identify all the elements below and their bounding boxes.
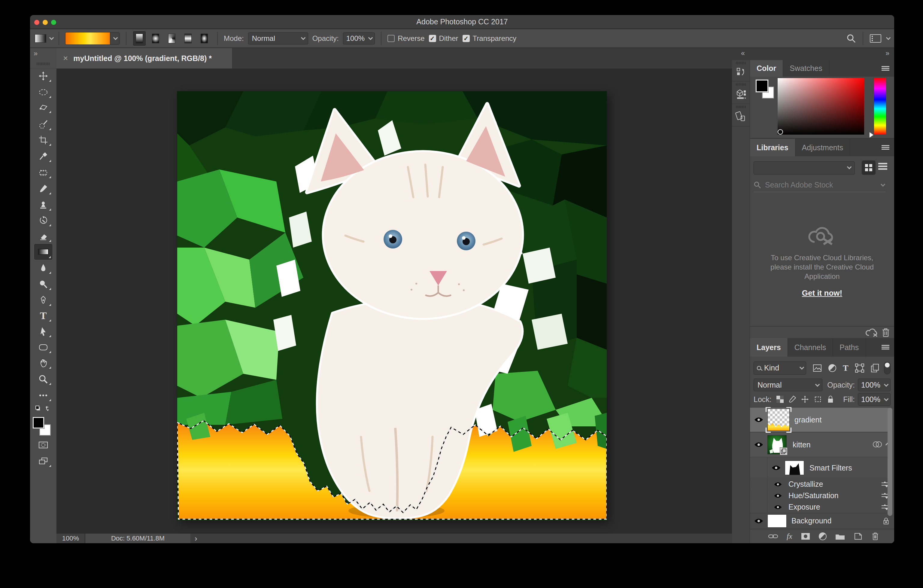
hand-tool[interactable] [34,355,53,370]
eye-icon[interactable] [771,465,781,471]
eye-icon[interactable] [774,504,782,510]
color-field-cursor[interactable] [778,129,783,135]
toolbar-grip[interactable] [37,62,50,65]
expand-panels-button[interactable]: « [741,49,744,57]
layer-row-kitten[interactable]: kitten [750,433,889,457]
visibility-cell[interactable] [767,493,788,499]
crop-tool[interactable] [34,133,53,148]
gradient-preview-picker[interactable] [65,32,120,45]
filter-name[interactable]: Crystallize [788,480,823,489]
get-it-now-link[interactable]: Get it now! [750,288,894,298]
filter-row-exposure[interactable]: Exposure [750,501,889,512]
marquee-tool[interactable] [34,85,53,100]
kitten-layer-thumbnail[interactable] [767,435,787,454]
close-window-button[interactable] [34,20,39,25]
layers-opacity-input[interactable]: 100% [858,379,890,391]
zoom-tool[interactable] [34,372,53,387]
quick-mask-button[interactable] [34,437,53,452]
filter-name[interactable]: Hue/Saturation [788,491,839,500]
gradient-picker-chevron[interactable] [110,33,120,44]
reflected-gradient-button[interactable] [181,31,195,46]
sync-library-icon[interactable] [865,327,879,337]
eye-icon[interactable] [754,518,764,524]
filter-row-hue-saturation[interactable]: Hue/Saturation [750,490,889,501]
gradient-layer-thumbnail[interactable] [767,409,790,431]
filter-name[interactable]: Exposure [788,503,820,511]
visibility-cell[interactable] [750,441,767,448]
move-tool[interactable] [34,69,53,84]
layer-name[interactable]: kitten [793,440,811,449]
visibility-cell[interactable] [767,465,785,471]
smart-filters-label[interactable]: Smart Filters [810,463,852,472]
history-panel-icon[interactable] [736,67,746,77]
visibility-cell[interactable] [750,518,767,524]
add-layer-mask-icon[interactable] [801,532,810,540]
new-layer-icon[interactable] [854,532,862,540]
screen-mode-button[interactable] [34,454,53,469]
eye-icon[interactable] [754,441,764,448]
dock-grip[interactable] [736,62,746,64]
layer-name[interactable]: Background [792,516,831,525]
status-bar-chevron[interactable]: › [195,534,197,543]
tab-layers[interactable]: Layers [750,338,788,356]
eye-icon[interactable] [754,416,764,423]
smart-filter-clip-icon[interactable] [873,441,882,448]
path-selection-tool[interactable] [34,324,53,339]
transparency-checkbox[interactable]: ✓ [463,35,470,42]
search-icon[interactable] [846,34,856,43]
filter-toggle-switch[interactable] [884,362,890,374]
edit-toolbar-button[interactable] [34,388,53,403]
swap-default-colors[interactable] [34,401,53,416]
dodge-tool[interactable] [34,277,53,292]
lasso-tool[interactable] [34,100,53,115]
tab-paths[interactable]: Paths [833,338,866,356]
scrollbar-thumb[interactable] [888,408,892,516]
hue-slider-pointer[interactable] [870,132,874,138]
new-adjustment-layer-icon[interactable] [819,532,826,540]
chevron-down-icon[interactable] [886,35,891,40]
layer-style-icon[interactable]: fx [787,532,792,541]
list-view-button[interactable] [878,163,887,171]
filter-shape-layers-icon[interactable] [855,363,864,373]
lock-artboard-icon[interactable] [814,396,822,403]
angle-gradient-button[interactable] [165,31,179,46]
clone-stamp-tool[interactable] [34,197,53,212]
tab-libraries[interactable]: Libraries [750,139,795,156]
dither-checkbox[interactable]: ✓ [429,35,436,42]
document-size-field[interactable]: Doc: 5.60M/11.8M [85,534,191,543]
fill-input[interactable]: 100% [858,393,890,406]
tab-adjustments[interactable]: Adjustments [795,139,850,156]
dither-checkbox-row[interactable]: ✓ Dither [429,34,458,43]
tab-swatches[interactable]: Swatches [783,60,829,77]
tab-color[interactable]: Color [750,60,783,77]
device-preview-panel-icon[interactable] [735,110,747,123]
shape-tool[interactable] [34,340,53,355]
smart-filters-row[interactable]: Smart Filters [750,458,889,478]
lock-all-icon[interactable] [827,395,834,404]
blur-tool[interactable] [34,261,53,276]
foreground-background-swatches[interactable] [33,417,54,436]
minimize-window-button[interactable] [43,20,48,25]
lock-move-icon[interactable] [801,396,809,403]
patch-tool[interactable] [34,165,53,180]
filter-kind-select[interactable]: Kind [754,361,806,374]
hue-slider[interactable] [874,78,886,135]
visibility-cell[interactable] [750,416,767,423]
properties-panel-group[interactable] [732,81,750,104]
type-tool[interactable]: T [34,308,53,323]
filter-mask-thumbnail[interactable] [785,461,804,475]
foreground-color-swatch[interactable] [33,417,44,429]
lock-transparency-icon[interactable] [777,396,783,403]
layer-row-background[interactable]: Background [750,513,889,529]
blend-mode-select[interactable]: Normal [754,379,822,391]
history-brush-tool[interactable] [34,213,53,228]
layer-name[interactable]: gradient [795,416,821,424]
3d-properties-panel-icon[interactable] [735,88,747,100]
canvas-pasteboard[interactable] [56,69,732,533]
eraser-tool[interactable] [34,229,53,244]
eye-icon[interactable] [774,493,782,499]
saturation-brightness-field[interactable] [778,78,864,135]
panel-menu-icon[interactable] [882,345,889,350]
device-preview-panel-group[interactable] [732,104,750,126]
dock-grip[interactable] [736,106,746,108]
